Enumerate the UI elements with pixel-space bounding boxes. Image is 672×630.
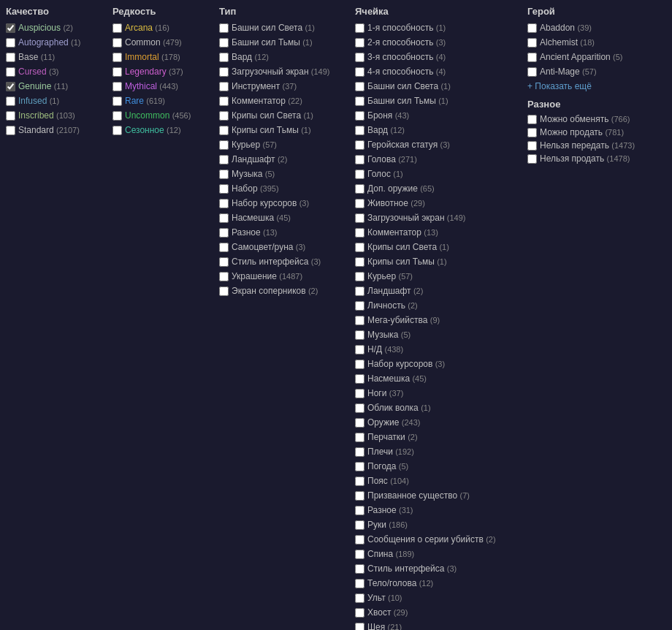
type-loading-screen[interactable]: Загрузочный экран (149)	[219, 65, 343, 78]
rarity-arcana[interactable]: Arcana (16)	[112, 21, 207, 34]
type-creeps-light-cb[interactable]	[219, 111, 229, 121]
slot-legs-cb[interactable]	[355, 389, 364, 398]
quality-infused[interactable]: Infused (1)	[6, 94, 101, 107]
slot-mega-kills[interactable]: Мега-убийства (9)	[355, 314, 516, 327]
type-taunt-cb[interactable]	[219, 213, 229, 223]
quality-infused-checkbox[interactable]	[6, 96, 15, 106]
slot-ability3[interactable]: 3-я способность (4)	[355, 50, 516, 64]
type-taunt[interactable]: Насмешка (45)	[219, 211, 343, 224]
type-rivals-screen-cb[interactable]	[219, 286, 229, 296]
type-misc[interactable]: Разное (13)	[219, 226, 343, 239]
slot-taunt[interactable]: Насмешка (45)	[355, 372, 516, 385]
slot-voice[interactable]: Голос (1)	[355, 167, 516, 181]
type-cursor-pack-cb[interactable]	[219, 199, 229, 208]
rarity-uncommon[interactable]: Uncommon (456)	[112, 109, 207, 122]
slot-courier[interactable]: Курьер (57)	[355, 270, 516, 283]
slot-belt[interactable]: Пояс (104)	[355, 474, 516, 487]
slot-misc-cb[interactable]	[355, 506, 364, 515]
type-decoration-cb[interactable]	[219, 272, 229, 281]
type-gem[interactable]: Самоцвет/руна (3)	[219, 240, 343, 254]
quality-standard[interactable]: Standard (2107)	[6, 124, 101, 137]
misc-marketable-cb[interactable]	[527, 128, 537, 137]
type-misc-cb[interactable]	[219, 228, 229, 238]
slot-hands-cb[interactable]	[355, 520, 364, 530]
type-ward[interactable]: Вард (12)	[219, 50, 343, 64]
type-towers-light-cb[interactable]	[219, 23, 229, 33]
type-instrument[interactable]: Инструмент (37)	[219, 80, 343, 93]
slot-loading-screen[interactable]: Загрузочный экран (149)	[355, 211, 516, 224]
slot-landscape[interactable]: Ландшафт (2)	[355, 284, 516, 297]
slot-summoned-cb[interactable]	[355, 491, 364, 501]
type-creeps-light[interactable]: Крипы сил Света (1)	[219, 109, 343, 122]
misc-not-sellable-cb[interactable]	[527, 154, 537, 164]
type-ui-style[interactable]: Стиль интерфейса (3)	[219, 255, 343, 268]
slot-towers-light[interactable]: Башни сил Света (1)	[355, 80, 516, 93]
slot-ability4[interactable]: 4-я способность (4)	[355, 65, 516, 78]
slot-ward[interactable]: Вард (12)	[355, 124, 516, 137]
slot-ui-style-cb[interactable]	[355, 564, 364, 574]
quality-base-checkbox[interactable]	[6, 53, 15, 62]
misc-not-sellable[interactable]: Нельзя продать (1478)	[527, 152, 652, 165]
type-music-cb[interactable]	[219, 170, 229, 179]
type-loading-screen-cb[interactable]	[219, 67, 229, 77]
slot-mega-kills-cb[interactable]	[355, 316, 364, 325]
slot-summoned[interactable]: Призванное существо (7)	[355, 489, 516, 502]
slot-towers-dark[interactable]: Башни сил Тьмы (1)	[355, 94, 516, 107]
quality-autographed-checkbox[interactable]	[6, 38, 15, 48]
rarity-common[interactable]: Common (479)	[112, 36, 207, 49]
slot-hands[interactable]: Руки (186)	[355, 518, 516, 531]
type-towers-dark[interactable]: Башни сил Тьмы (1)	[219, 36, 343, 49]
slot-ability4-cb[interactable]	[355, 67, 364, 77]
rarity-rare[interactable]: Rare (619)	[112, 94, 207, 107]
slot-ability2[interactable]: 2-я способность (3)	[355, 36, 516, 49]
rarity-legendary[interactable]: Legendary (37)	[112, 65, 207, 78]
quality-base[interactable]: Base (11)	[6, 50, 101, 64]
slot-kill-streak-cb[interactable]	[355, 535, 364, 544]
type-decoration[interactable]: Украшение (1487)	[219, 270, 343, 283]
slot-body-head[interactable]: Тело/голова (12)	[355, 577, 516, 590]
slot-towers-dark-cb[interactable]	[355, 96, 364, 106]
hero-alchemist-cb[interactable]	[527, 38, 537, 48]
slot-animal[interactable]: Животное (29)	[355, 197, 516, 210]
slot-cursor-pack-cb[interactable]	[355, 360, 364, 369]
slot-commentator[interactable]: Комментатор (13)	[355, 226, 516, 239]
type-gem-cb[interactable]	[219, 243, 229, 252]
type-landscape[interactable]: Ландшафт (2)	[219, 153, 343, 166]
slot-creeps-light[interactable]: Крипы сил Света (1)	[355, 240, 516, 254]
type-instrument-cb[interactable]	[219, 82, 229, 91]
type-towers-light[interactable]: Башни сил Света (1)	[219, 21, 343, 34]
misc-tradable[interactable]: Можно обменять (766)	[527, 113, 652, 126]
slot-music[interactable]: Музыка (5)	[355, 328, 516, 341]
slot-creeps-dark-cb[interactable]	[355, 257, 364, 267]
slot-weapon-cb[interactable]	[355, 418, 364, 428]
slot-neck-cb[interactable]	[355, 623, 364, 631]
quality-cursed[interactable]: Cursed (3)	[6, 65, 101, 78]
quality-standard-checkbox[interactable]	[6, 126, 15, 135]
slot-ability1-cb[interactable]	[355, 23, 364, 33]
type-courier[interactable]: Курьер (57)	[219, 138, 343, 151]
slot-music-cb[interactable]	[355, 330, 364, 340]
hero-alchemist[interactable]: Alchemist (18)	[527, 36, 652, 49]
slot-cursor-pack[interactable]: Набор курсоров (3)	[355, 357, 516, 371]
slot-ability1[interactable]: 1-я способность (1)	[355, 21, 516, 34]
slot-hero-statue-cb[interactable]	[355, 140, 364, 150]
quality-auspicious-checkbox[interactable]	[6, 23, 15, 33]
slot-loading-screen-cb[interactable]	[355, 213, 364, 223]
slot-commentator-cb[interactable]	[355, 228, 364, 238]
slot-ult[interactable]: Ульт (10)	[355, 591, 516, 604]
quality-auspicious[interactable]: Auspicious (2)	[6, 21, 101, 34]
slot-personality[interactable]: Личность (2)	[355, 299, 516, 312]
hero-abaddon-cb[interactable]	[527, 23, 537, 33]
slot-weapon[interactable]: Оружие (243)	[355, 416, 516, 429]
type-set[interactable]: Набор (395)	[219, 182, 343, 195]
rarity-mythical[interactable]: Mythical (443)	[112, 80, 207, 93]
type-ward-cb[interactable]	[219, 53, 229, 62]
quality-cursed-checkbox[interactable]	[6, 67, 15, 77]
slot-animal-cb[interactable]	[355, 199, 364, 208]
slot-courier-cb[interactable]	[355, 272, 364, 281]
slot-hero-statue[interactable]: Геройская статуя (3)	[355, 138, 516, 151]
slot-armor-cb[interactable]	[355, 111, 364, 121]
type-creeps-dark[interactable]: Крипы сил Тьмы (1)	[219, 124, 343, 137]
rarity-legendary-checkbox[interactable]	[112, 67, 122, 77]
slot-creeps-light-cb[interactable]	[355, 243, 364, 252]
